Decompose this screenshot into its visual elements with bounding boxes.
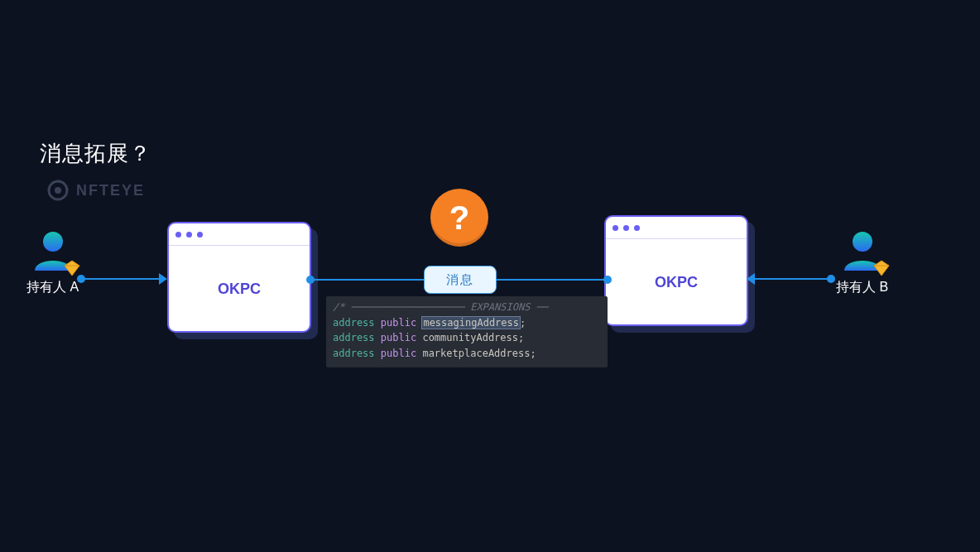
arrow-a-to-okpc [81, 278, 166, 280]
code-keyword: address [333, 317, 375, 329]
question-icon: ? [430, 189, 488, 247]
window-dot-icon [612, 225, 618, 231]
code-keyword: public [381, 332, 416, 343]
svg-point-5 [853, 232, 872, 252]
code-identifier: marketplaceAddress; [422, 348, 536, 359]
window-titlebar [169, 223, 310, 246]
window-dot-icon [623, 225, 629, 231]
code-keyword: public [381, 348, 416, 359]
code-highlight: messagingAddress [422, 317, 520, 329]
svg-point-2 [43, 232, 63, 252]
svg-marker-3 [65, 261, 79, 276]
window-dot-icon [634, 225, 640, 231]
diamond-icon [63, 259, 81, 277]
okpc-window-left: OKPC [167, 222, 311, 333]
nfteye-logo-icon [46, 179, 70, 202]
code-line: address public marketplaceAddress; [333, 346, 601, 362]
holder-b-label: 持有人 B [836, 279, 888, 296]
code-punct: ; [520, 317, 526, 329]
svg-point-1 [55, 187, 61, 194]
okpc-window-label: OKPC [169, 246, 310, 332]
code-snippet: /* ─────────────────── EXPANSIONS ── add… [326, 296, 608, 367]
window-dot-icon [197, 232, 203, 238]
window-titlebar [606, 217, 747, 239]
code-keyword: address [333, 332, 375, 343]
code-line: address public communityAddress; [333, 330, 601, 346]
code-identifier: messagingAddress [423, 317, 519, 329]
okpc-window-right: OKPC [604, 215, 748, 326]
holder-a: 持有人 A [26, 228, 79, 296]
svg-marker-6 [874, 261, 889, 276]
page-title: 消息拓展？ [40, 139, 151, 168]
code-keyword: address [333, 348, 375, 359]
nfteye-logo-text: NFTEYE [76, 182, 145, 199]
code-line: address public messagingAddress; [333, 315, 601, 331]
nfteye-logo: NFTEYE [46, 179, 145, 202]
okpc-window-label: OKPC [606, 239, 747, 325]
code-comment: /* ─────────────────── EXPANSIONS ── [333, 300, 601, 315]
message-node: 消息 [424, 266, 497, 294]
code-identifier: communityAddress; [422, 332, 524, 343]
holder-b: 持有人 B [836, 228, 888, 296]
arrow-b-to-okpc [748, 278, 831, 280]
window-dot-icon [186, 232, 192, 238]
holder-a-label: 持有人 A [26, 279, 79, 296]
diamond-icon [872, 259, 891, 277]
window-dot-icon [175, 232, 181, 238]
code-keyword: public [381, 317, 416, 329]
